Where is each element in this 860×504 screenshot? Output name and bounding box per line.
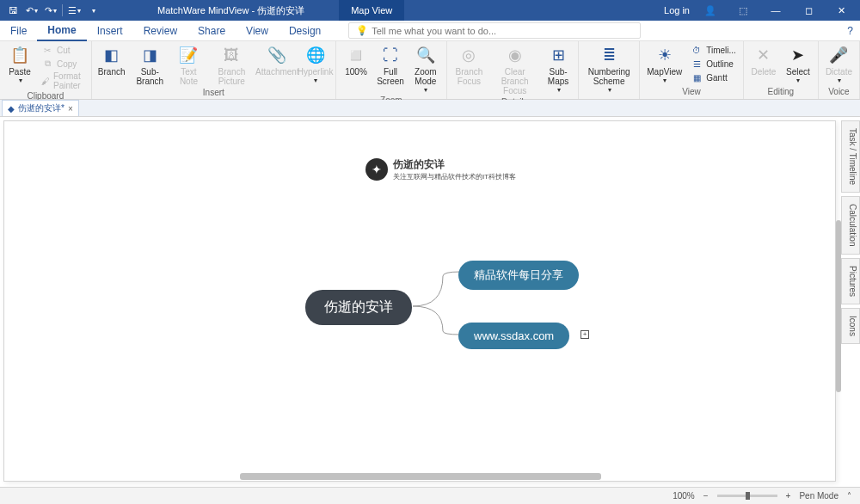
doc-icon: ◆ xyxy=(8,104,15,114)
doc-tab-name: 伤逝的安详* xyxy=(18,102,64,114)
timeline-button[interactable]: ⏱Timeli... xyxy=(687,43,740,57)
sub-branch-icon: ◨ xyxy=(139,45,160,65)
lightbulb-icon: 💡 xyxy=(356,25,368,36)
cursor-icon: ➤ xyxy=(788,45,808,65)
mindmap-canvas[interactable]: ✦ 伤逝的安详 关注互联网与精品软件技术的IT科技博客 伤逝的安详 精品软件每日… xyxy=(3,120,836,482)
mindmap-root-node[interactable]: 伤逝的安详 xyxy=(305,290,412,325)
copy-icon: ⧉ xyxy=(41,58,53,70)
zoom-mode-button[interactable]: 🔍Zoom Mode▾ xyxy=(408,43,443,95)
clear-focus-button[interactable]: ◉Clear Branch Focus xyxy=(489,43,540,97)
dictate-icon: 🎤 xyxy=(828,45,849,65)
help-icon[interactable]: ? xyxy=(847,25,853,37)
attachment-button[interactable]: 📎Attachment xyxy=(258,43,297,78)
branch-button[interactable]: ◧Branch xyxy=(95,43,128,78)
group-label-insert: Insert xyxy=(95,88,332,98)
horizontal-scrollbar[interactable] xyxy=(8,472,811,481)
text-note-button[interactable]: 📝Text Note xyxy=(172,43,206,88)
group-label-voice: Voice xyxy=(822,87,856,97)
tell-me-input[interactable] xyxy=(372,26,633,36)
ribbon-display-icon[interactable]: ⬚ xyxy=(731,0,755,21)
pen-mode-toggle[interactable]: Pen Mode xyxy=(799,491,838,501)
gantt-button[interactable]: ▦Gantt xyxy=(687,71,740,84)
mindmap-sub-node-2[interactable]: www.ssdax.com xyxy=(458,323,569,349)
zoom-100-button[interactable]: ⬜100% xyxy=(340,43,372,78)
clear-focus-icon: ◉ xyxy=(505,45,525,65)
brush-icon: 🖌 xyxy=(41,75,50,87)
sub-branch-button[interactable]: ◨Sub-Branch xyxy=(130,43,170,88)
mapview-icon: ☀ xyxy=(654,45,675,65)
app-title: MatchWare MindView - 伤逝的安详 xyxy=(106,4,304,17)
100pct-icon: ⬜ xyxy=(346,45,366,65)
branch-icon: ◧ xyxy=(101,45,122,65)
full-screen-button[interactable]: ⛶Full Screen xyxy=(374,43,407,88)
watermark: ✦ 伤逝的安详 关注互联网与精品软件技术的IT科技博客 xyxy=(366,157,516,181)
zoom-slider[interactable] xyxy=(717,495,777,497)
menu-bar: File Home Insert Review Share View Desig… xyxy=(0,21,860,41)
tab-review[interactable]: Review xyxy=(133,22,187,40)
add-branch-icon[interactable]: + xyxy=(580,330,589,339)
login-link[interactable]: Log in xyxy=(664,5,690,15)
minimize-icon[interactable]: — xyxy=(764,0,788,21)
side-panel-calculation[interactable]: Calculation xyxy=(841,196,860,254)
ribbon: 📋Paste▾ ✂Cut ⧉Copy 🖌Format Painter Clipb… xyxy=(0,41,860,100)
note-icon: 📝 xyxy=(178,45,199,65)
attachment-icon: 📎 xyxy=(267,45,287,65)
numbering-icon: ≣ xyxy=(599,45,619,65)
side-panel-icons[interactable]: Icons xyxy=(841,308,860,344)
select-button[interactable]: ➤Select▾ xyxy=(782,43,814,86)
submaps-icon: ⊞ xyxy=(548,45,568,65)
title-bar: 🖫 ↶▾ ↷▾ ☰▾ ▾ MatchWare MindView - 伤逝的安详 … xyxy=(0,0,860,21)
close-tab-icon[interactable]: × xyxy=(68,104,73,114)
map-view-button[interactable]: Map View xyxy=(339,0,404,21)
tab-view[interactable]: View xyxy=(236,22,279,40)
branch-picture-button[interactable]: 🖼Branch Picture xyxy=(207,43,256,88)
maximize-icon[interactable]: ◻ xyxy=(796,0,820,21)
qat-customize-icon[interactable]: ▾ xyxy=(85,3,101,18)
zoom-icon: 🔍 xyxy=(415,45,436,65)
gantt-icon: ▦ xyxy=(691,71,703,83)
side-panel-pictures[interactable]: Pictures xyxy=(841,258,860,304)
tab-home[interactable]: Home xyxy=(37,21,86,41)
format-painter-button[interactable]: 🖌Format Painter xyxy=(38,71,88,91)
watermark-logo-icon: ✦ xyxy=(366,158,388,181)
group-label-editing: Editing xyxy=(747,87,814,97)
touch-mode-icon[interactable]: ☰▾ xyxy=(66,3,82,18)
dictate-button[interactable]: 🎤Dictate▾ xyxy=(822,43,856,86)
outline-button[interactable]: ☰Outline xyxy=(687,57,740,71)
mapview-button[interactable]: ☀MapView▾ xyxy=(643,43,685,86)
outline-icon: ☰ xyxy=(691,58,703,70)
status-bar: 100% − + Pen Mode ˄ xyxy=(0,487,860,504)
fullscreen-icon: ⛶ xyxy=(380,45,401,65)
mindmap-sub-node-1[interactable]: 精品软件每日分享 xyxy=(458,261,579,290)
hyperlink-button[interactable]: 🌐Hyperlink▾ xyxy=(298,43,332,86)
delete-button[interactable]: ✕Delete xyxy=(747,43,780,78)
zoom-level[interactable]: 100% xyxy=(673,491,695,501)
zoom-in-icon[interactable]: + xyxy=(786,491,791,501)
cut-button[interactable]: ✂Cut xyxy=(38,43,88,57)
paste-button[interactable]: 📋Paste▾ xyxy=(3,43,36,86)
tell-me-search[interactable]: 💡 xyxy=(348,22,641,39)
save-icon[interactable]: 🖫 xyxy=(5,3,21,18)
tab-file[interactable]: File xyxy=(0,22,37,40)
tab-share[interactable]: Share xyxy=(187,22,236,40)
canvas-area: ✦ 伤逝的安详 关注互联网与精品软件技术的IT科技博客 伤逝的安详 精品软件每日… xyxy=(0,117,860,485)
chevron-up-icon[interactable]: ˄ xyxy=(847,491,851,501)
side-panel-task[interactable]: Task / Timeline xyxy=(841,120,860,193)
tab-design[interactable]: Design xyxy=(279,22,331,40)
undo-icon[interactable]: ↶▾ xyxy=(24,3,40,18)
zoom-out-icon[interactable]: − xyxy=(703,491,709,501)
hyperlink-icon: 🌐 xyxy=(305,45,326,65)
document-tab[interactable]: ◆ 伤逝的安详* × xyxy=(2,100,79,116)
numbering-scheme-button[interactable]: ≣Numbering Scheme▾ xyxy=(582,43,636,95)
paste-icon: 📋 xyxy=(9,45,30,65)
redo-icon[interactable]: ↷▾ xyxy=(43,3,58,18)
copy-button[interactable]: ⧉Copy xyxy=(38,57,88,71)
tab-insert[interactable]: Insert xyxy=(87,22,133,40)
close-icon[interactable]: ✕ xyxy=(829,0,853,21)
group-label-view: View xyxy=(643,87,740,97)
account-icon[interactable]: 👤 xyxy=(698,0,722,21)
focus-icon: ◎ xyxy=(458,45,479,65)
sub-maps-button[interactable]: ⊞Sub-Maps▾ xyxy=(542,43,574,95)
branch-focus-button[interactable]: ◎Branch Focus xyxy=(451,43,488,88)
quick-access-toolbar: 🖫 ↶▾ ↷▾ ☰▾ ▾ xyxy=(0,3,106,18)
